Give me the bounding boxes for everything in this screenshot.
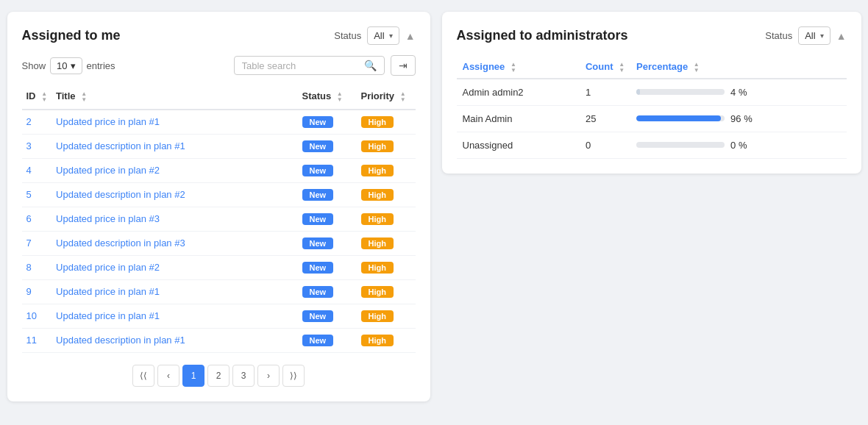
pct-label: 0 % — [730, 140, 747, 151]
priority-badge: High — [361, 116, 394, 128]
prev-page-button[interactable]: ‹ — [157, 365, 179, 387]
left-panel-header: Assigned to me Status All ▾ ▲ — [22, 26, 416, 45]
right-panel-title: Assigned to administrators — [457, 28, 628, 43]
cell-title[interactable]: Updated price in plan #1 — [51, 279, 297, 304]
progress-bar-wrap — [636, 142, 725, 148]
first-page-button[interactable]: ⟨⟨ — [132, 365, 154, 387]
entries-select[interactable]: 10 ▾ — [50, 57, 82, 74]
last-page-button[interactable]: ⟩⟩ — [282, 365, 305, 387]
cell-title[interactable]: Updated price in plan #2 — [51, 255, 297, 279]
cell-id[interactable]: 3 — [22, 134, 52, 158]
priority-badge: High — [361, 140, 394, 152]
cell-id[interactable]: 10 — [22, 304, 52, 328]
cell-status: New — [298, 231, 357, 255]
status-badge: New — [302, 213, 334, 225]
status-badge: New — [302, 165, 334, 176]
cell-priority: High — [357, 134, 416, 158]
cell-count: 1 — [580, 79, 630, 106]
admin-table-row: Admin admin2 1 4 % — [457, 79, 847, 106]
admin-table-row: Main Admin 25 96 % — [457, 105, 847, 132]
table-row: 3 Updated description in plan #1 New Hig… — [22, 134, 416, 158]
cell-count: 0 — [580, 132, 630, 158]
cell-title[interactable]: Updated description in plan #3 — [51, 231, 297, 255]
page-2-button[interactable]: 2 — [207, 365, 230, 387]
cell-title[interactable]: Updated description in plan #1 — [51, 328, 297, 352]
progress-fill — [636, 115, 721, 121]
priority-badge: High — [361, 213, 394, 225]
status-sort-icon: ▲▼ — [337, 91, 343, 103]
cell-id[interactable]: 6 — [22, 207, 52, 231]
admin-col-assignee[interactable]: Assignee ▲▼ — [457, 57, 580, 79]
status-badge: New — [302, 286, 334, 298]
cell-priority: High — [357, 255, 416, 279]
cell-assignee[interactable]: Main Admin — [457, 105, 580, 132]
col-status[interactable]: Status ▲▼ — [298, 85, 357, 110]
cell-status: New — [298, 304, 357, 328]
cell-id[interactable]: 7 — [22, 231, 52, 255]
assignee-sort-icon: ▲▼ — [511, 62, 516, 74]
priority-badge: High — [361, 310, 394, 322]
admin-col-count[interactable]: Count ▲▼ — [580, 57, 630, 79]
page-3-button[interactable]: 3 — [232, 365, 255, 387]
cell-status: New — [298, 328, 357, 352]
cell-title[interactable]: Updated description in plan #2 — [51, 182, 297, 207]
progress-bar-wrap — [636, 115, 725, 121]
cell-title[interactable]: Updated price in plan #2 — [51, 158, 297, 182]
cell-id[interactable]: 11 — [22, 328, 52, 352]
cell-assignee[interactable]: Unassigned — [457, 132, 580, 158]
cell-status: New — [298, 134, 357, 158]
id-sort-icon: ▲▼ — [41, 91, 47, 103]
table-row: 4 Updated price in plan #2 New High — [22, 158, 416, 182]
right-status-select[interactable]: All ▾ — [798, 26, 830, 45]
table-controls: Show 10 ▾ entries 🔍 ⇥ — [22, 55, 416, 76]
priority-badge: High — [361, 189, 394, 201]
cell-status: New — [298, 158, 357, 182]
assigned-to-admins-panel: Assigned to administrators Status All ▾ … — [442, 12, 861, 174]
cell-id[interactable]: 8 — [22, 255, 52, 279]
page-1-button[interactable]: 1 — [182, 365, 204, 387]
cell-id[interactable]: 2 — [22, 110, 52, 135]
cell-status: New — [298, 255, 357, 279]
pagination: ⟨⟨ ‹ 1 2 3 › ⟩⟩ — [22, 365, 416, 387]
table-row: 9 Updated price in plan #1 New High — [22, 279, 416, 304]
admin-table-row: Unassigned 0 0 % — [457, 132, 847, 158]
cell-title[interactable]: Updated price in plan #3 — [51, 207, 297, 231]
cell-priority: High — [357, 304, 416, 328]
status-badge: New — [302, 335, 334, 346]
priority-badge: High — [361, 335, 394, 346]
left-status-select[interactable]: All ▾ — [367, 26, 399, 45]
cell-bar-pct: 4 % — [630, 79, 846, 105]
cell-status: New — [298, 182, 357, 207]
cell-id[interactable]: 5 — [22, 182, 52, 207]
right-collapse-icon[interactable]: ▲ — [836, 30, 847, 42]
cell-assignee[interactable]: Admin admin2 — [457, 79, 580, 106]
left-status-value: All — [374, 30, 384, 41]
table-row: 11 Updated description in plan #1 New Hi… — [22, 328, 416, 352]
progress-bar-wrap — [636, 89, 725, 95]
status-badge: New — [302, 310, 334, 322]
assigned-to-me-table: ID ▲▼ Title ▲▼ Status ▲▼ Priority ▲▼ 2 U… — [22, 85, 416, 353]
export-button[interactable]: ⇥ — [391, 55, 416, 76]
search-input[interactable] — [242, 60, 360, 71]
next-page-button[interactable]: › — [257, 365, 280, 387]
col-title[interactable]: Title ▲▼ — [51, 85, 297, 110]
col-id[interactable]: ID ▲▼ — [22, 85, 52, 110]
left-status-group: Status All ▾ ▲ — [334, 26, 415, 45]
count-sort-icon: ▲▼ — [619, 62, 625, 74]
cell-bar-pct: 96 % — [630, 106, 846, 132]
cell-title[interactable]: Updated price in plan #1 — [51, 110, 297, 135]
cell-title[interactable]: Updated price in plan #1 — [51, 304, 297, 328]
cell-id[interactable]: 9 — [22, 279, 52, 304]
cell-title[interactable]: Updated description in plan #1 — [51, 134, 297, 158]
pct-label: 96 % — [730, 113, 753, 124]
col-priority[interactable]: Priority ▲▼ — [357, 85, 416, 110]
cell-status: New — [298, 110, 357, 135]
status-badge: New — [302, 262, 334, 274]
admin-col-percentage[interactable]: Percentage ▲▼ — [630, 57, 846, 79]
entries-chevron-icon: ▾ — [71, 60, 76, 71]
collapse-icon[interactable]: ▲ — [405, 30, 416, 42]
cell-priority: High — [357, 328, 416, 352]
status-badge: New — [302, 238, 334, 249]
priority-badge: High — [361, 238, 394, 249]
cell-id[interactable]: 4 — [22, 158, 52, 182]
